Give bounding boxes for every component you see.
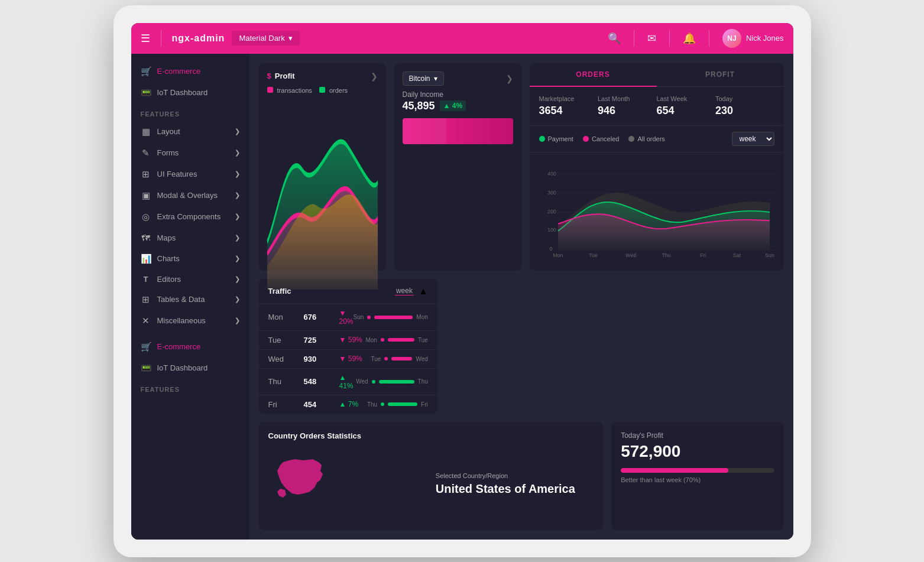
svg-text:Sat: Sat <box>732 252 741 258</box>
theme-selector[interactable]: Material Dark ▾ <box>232 31 299 46</box>
orders-stats: Marketplace 3654 Last Month 946 Last Wee… <box>530 87 784 126</box>
chevron-right-icon: ❯ <box>235 317 240 324</box>
traffic-week-btn[interactable]: week <box>395 287 414 295</box>
bar-dot <box>367 316 371 319</box>
sidebar-item-tables[interactable]: ⊞ Tables & Data ❯ <box>131 289 249 310</box>
legend-dot-orders <box>319 87 325 93</box>
device-frame: ☰ ngx-admin Material Dark ▾ 🔍 ✉ 🔔 NJ Nic… <box>114 5 811 557</box>
legend-dot-transactions <box>267 87 273 93</box>
features-label: FEATURES <box>131 103 249 121</box>
map-area <box>268 447 426 521</box>
traffic-controls: week ▲ <box>395 286 428 297</box>
tab-profit[interactable]: PROFIT <box>657 63 784 86</box>
daily-income-value: 45,895 ▲ 4% <box>403 100 513 112</box>
bitcoin-card: Bitcoin ▾ ❯ Daily Income 45,895 ▲ 4% <box>394 63 521 271</box>
profit-card: $ Profit ❯ transactions <box>259 63 386 271</box>
collapse-icon[interactable]: ▲ <box>419 286 428 297</box>
todays-profit-card: Today's Profit 572,900 Better than last … <box>611 422 783 530</box>
ui-icon: ⊞ <box>141 169 151 180</box>
features-label-2: FEATURES <box>131 379 249 397</box>
sidebar-item-forms[interactable]: ✎ Forms ❯ <box>131 142 249 164</box>
legend-payment: Payment <box>539 135 573 142</box>
avatar: NJ <box>722 29 741 48</box>
bell-icon[interactable]: 🔔 <box>683 32 696 45</box>
chevron-right-icon: ❯ <box>235 213 240 220</box>
sidebar-item-label: UI Features <box>157 170 197 178</box>
sidebar-item-layout[interactable]: ▦ Layout ❯ <box>131 121 249 142</box>
sidebar-item-ecommerce-2[interactable]: 🛒 E-commerce <box>131 336 249 358</box>
traffic-row-thu: Thu 548 ▲ 41% Wed Thu <box>259 368 437 395</box>
profit-note: Better than last week (70%) <box>621 476 774 483</box>
chevron-down-icon: ▾ <box>288 34 293 43</box>
theme-label: Material Dark <box>239 34 284 43</box>
week-selector[interactable]: week month <box>732 132 774 146</box>
iot-icon: 📟 <box>141 87 151 98</box>
hamburger-icon[interactable]: ☰ <box>141 32 150 45</box>
chevron-right-icon: ❯ <box>235 191 240 199</box>
nav-divider-2 <box>634 30 634 47</box>
map-shape <box>277 459 323 495</box>
svg-text:Wed: Wed <box>625 252 636 258</box>
search-icon[interactable]: 🔍 <box>608 32 621 45</box>
user-name: Nick Jones <box>746 34 784 43</box>
sidebar-item-editors[interactable]: T Editors ❯ <box>131 269 249 289</box>
sidebar-item-label: Modal & Overlays <box>157 191 218 200</box>
brand-name: ngx-admin <box>172 33 225 44</box>
sidebar-item-maps[interactable]: 🗺 Maps ❯ <box>131 228 249 248</box>
bitcoin-label: Bitcoin <box>409 74 430 83</box>
legend-payment-color <box>539 136 545 142</box>
legend-orders: orders <box>319 87 348 94</box>
sidebar-item-ecommerce[interactable]: 🛒 E-commerce <box>131 61 249 82</box>
todays-profit-label: Today's Profit <box>621 431 774 440</box>
bitcoin-selector[interactable]: Bitcoin ▾ <box>403 72 444 86</box>
stat-today: Today 230 <box>715 95 774 117</box>
svg-text:0: 0 <box>549 246 552 252</box>
sidebar: 🛒 E-commerce 📟 IoT Dashboard FEATURES ▦ … <box>131 54 249 540</box>
country-info: Selected Country/Region United States of… <box>436 447 594 521</box>
daily-income-label: Daily Income <box>403 90 513 99</box>
bar-dot <box>384 357 388 360</box>
user-menu[interactable]: NJ Nick Jones <box>722 29 784 48</box>
svg-text:Tue: Tue <box>589 252 598 258</box>
mail-icon[interactable]: ✉ <box>647 32 656 45</box>
legend-transactions: transactions <box>267 87 312 94</box>
tab-orders[interactable]: ORDERS <box>530 63 657 87</box>
top-row: $ Profit ❯ transactions <box>259 63 784 271</box>
bitcoin-arrow[interactable]: ❯ <box>506 74 513 83</box>
bar-dot <box>381 338 384 342</box>
map-svg <box>268 447 339 518</box>
traffic-mini-bar <box>391 357 412 360</box>
traffic-row-wed: Wed 930 ▼ 59% Tue Wed <box>259 349 437 368</box>
bar-dot <box>381 402 384 406</box>
bitcoin-chart-bar <box>403 118 513 144</box>
traffic-mini-bar <box>374 316 413 319</box>
selected-label: Selected Country/Region <box>436 472 594 479</box>
country-title: Country Orders Statistics <box>268 431 594 440</box>
sidebar-item-extra[interactable]: ◎ Extra Components ❯ <box>131 206 249 228</box>
svg-text:100: 100 <box>547 227 556 233</box>
sidebar-item-modal[interactable]: ▣ Modal & Overlays ❯ <box>131 185 249 206</box>
traffic-mini-bar <box>388 338 414 342</box>
modal-icon: ▣ <box>141 190 151 201</box>
traffic-card: Traffic week ▲ Mon 676 ▼ 20% <box>259 279 437 414</box>
top-nav: ☰ ngx-admin Material Dark ▾ 🔍 ✉ 🔔 NJ Nic… <box>131 23 793 54</box>
content-area: $ Profit ❯ transactions <box>249 54 793 540</box>
middle-spacer <box>446 279 784 414</box>
cart-icon: 🛒 <box>141 66 151 77</box>
svg-text:200: 200 <box>547 208 556 214</box>
sidebar-item-iot[interactable]: 📟 IoT Dashboard <box>131 82 249 103</box>
legend-all-color <box>628 136 634 142</box>
sidebar-item-iot-2[interactable]: 📟 IoT Dashboard <box>131 358 249 379</box>
sidebar-item-misc[interactable]: ✕ Miscellaneous ❯ <box>131 310 249 332</box>
misc-icon: ✕ <box>141 316 151 326</box>
sidebar-item-charts[interactable]: 📊 Charts ❯ <box>131 248 249 269</box>
sidebar-item-ui-features[interactable]: ⊞ UI Features ❯ <box>131 164 249 185</box>
stat-last-month: Last Month 946 <box>598 95 657 117</box>
sidebar-item-label: Layout <box>157 127 180 136</box>
sidebar-item-label: Miscellaneous <box>157 316 206 325</box>
pct-badge: ▲ 4% <box>440 100 466 111</box>
profit-arrow[interactable]: ❯ <box>371 72 378 81</box>
orders-card: ORDERS PROFIT Marketplace 3654 Last Mont… <box>530 63 784 271</box>
chevron-right-icon: ❯ <box>235 275 240 283</box>
profit-bar-fill <box>621 468 728 473</box>
